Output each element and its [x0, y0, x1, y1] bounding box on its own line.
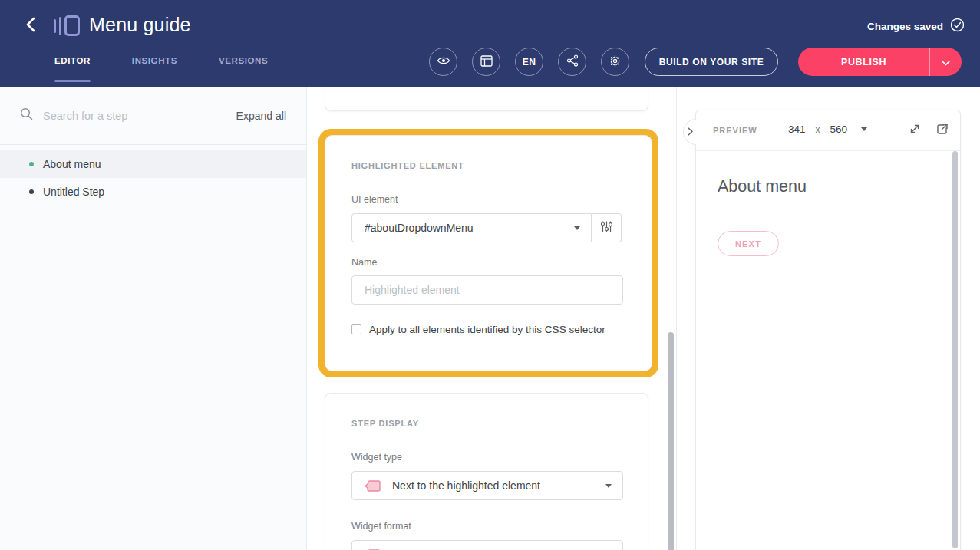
language-button[interactable]: EN [515, 48, 543, 76]
preview-header: PREVIEW 341 x 560 [696, 110, 960, 151]
step-label: Untitled Step [43, 186, 104, 198]
tooltip-widget-icon [365, 478, 382, 494]
save-status: Changes saved [867, 18, 965, 35]
apply-to-all-checkbox[interactable] [351, 324, 361, 334]
preview-title: PREVIEW [713, 126, 757, 135]
expand-all-link[interactable]: Expand all [236, 110, 286, 122]
preview-eye-button[interactable] [429, 48, 457, 76]
layout-icon [480, 55, 493, 69]
step-search-input[interactable] [43, 110, 236, 122]
chevron-down-icon [605, 484, 612, 488]
editor-scrollbar[interactable] [668, 332, 674, 550]
element-name-input[interactable] [351, 275, 623, 305]
tab-editor[interactable]: EDITOR [54, 56, 91, 72]
chevron-down-icon [861, 127, 867, 131]
open-in-new-window-button[interactable] [935, 124, 949, 137]
step-bullet-icon [29, 162, 34, 166]
widget-format-select[interactable] [351, 540, 623, 550]
preview-content: About menu NEXT [696, 151, 960, 256]
check-circle-icon [950, 18, 965, 35]
name-label: Name [351, 257, 622, 268]
expand-preview-button[interactable] [908, 124, 922, 137]
step-list: About menu Untitled Step [0, 150, 306, 206]
preview-step-title: About menu [718, 177, 960, 196]
section-title: STEP DISPLAY [351, 419, 618, 428]
steps-sidebar: Expand all About menu Untitled Step [0, 87, 307, 550]
ui-element-label: UI element [351, 194, 622, 205]
publish-split-button: PUBLISH [798, 48, 962, 76]
external-link-icon [935, 123, 949, 139]
back-button[interactable] [20, 15, 41, 37]
top-navbar: Menu guide EDITOR INSIGHTS VERSIONS EN [0, 0, 980, 87]
section-title: HIGHLIGHTED ELEMENT [351, 161, 622, 170]
preview-height-value: 560 [830, 124, 848, 135]
step-item-about-menu[interactable]: About menu [0, 150, 306, 178]
tooltip-widget-icon [365, 547, 382, 550]
step-search-row: Expand all [0, 87, 306, 145]
preview-size-select[interactable]: 341 x 560 [788, 124, 867, 135]
chevron-left-icon [26, 17, 35, 35]
share-button[interactable] [558, 48, 586, 76]
ui-element-value: #aboutDropdownMenu [365, 222, 474, 234]
app-logo-icon [54, 15, 81, 38]
step-bullet-icon [29, 189, 34, 194]
eye-icon [437, 55, 450, 68]
publish-dropdown-button[interactable] [929, 48, 962, 76]
chevron-down-icon [574, 226, 580, 230]
highlighted-element-card-focus-ring: HIGHLIGHTED ELEMENT UI element #aboutDro… [318, 129, 658, 377]
ui-element-select[interactable]: #aboutDropdownMenu [351, 213, 592, 242]
settings-button[interactable] [601, 48, 629, 76]
chevron-right-icon [688, 126, 693, 138]
expand-arrows-icon [909, 123, 921, 138]
guide-title: Menu guide [89, 14, 191, 36]
element-settings-button[interactable] [592, 213, 622, 242]
collapse-preview-button[interactable] [683, 119, 696, 145]
highlighted-element-card: HIGHLIGHTED ELEMENT UI element #aboutDro… [325, 135, 652, 371]
widget-type-select[interactable]: Next to the highlighted element [351, 471, 623, 500]
widget-type-value: Next to the highlighted element [392, 479, 540, 492]
save-status-label: Changes saved [867, 21, 943, 32]
step-item-untitled-step[interactable]: Untitled Step [0, 178, 306, 206]
tab-versions[interactable]: VERSIONS [219, 56, 268, 72]
apply-to-all-label: Apply to all elements identified by this… [369, 324, 605, 335]
publish-button[interactable]: PUBLISH [798, 48, 929, 76]
widget-type-label: Widget type [351, 452, 618, 463]
tab-insights[interactable]: INSIGHTS [132, 56, 177, 72]
ui-element-row: #aboutDropdownMenu [351, 213, 622, 242]
previous-settings-card [325, 87, 648, 111]
apply-to-all-row[interactable]: Apply to all elements identified by this… [351, 324, 622, 335]
step-label: About menu [43, 158, 101, 170]
build-on-your-site-button[interactable]: BUILD ON YOUR SITE [645, 48, 778, 76]
share-icon [566, 54, 579, 69]
layout-button[interactable] [472, 48, 500, 76]
widget-format-label: Widget format [351, 521, 618, 532]
preview-scrollbar[interactable] [952, 151, 958, 548]
step-display-card: STEP DISPLAY Widget type Next to the hig… [325, 393, 648, 550]
search-icon [20, 107, 33, 124]
preview-size-separator: x [816, 124, 820, 135]
step-editor-column: HIGHLIGHTED ELEMENT UI element #aboutDro… [307, 87, 677, 550]
gear-icon [609, 54, 622, 70]
sliders-icon [600, 220, 613, 236]
chevron-down-icon [942, 55, 950, 69]
preview-panel: PREVIEW 341 x 560 About menu NEXT [695, 110, 961, 550]
navbar-actions: EN BUILD ON YOUR SITE [429, 48, 778, 76]
preview-width-value: 341 [788, 124, 806, 135]
navbar-tabs: EDITOR INSIGHTS VERSIONS [54, 56, 268, 72]
preview-next-button[interactable]: NEXT [718, 231, 779, 256]
